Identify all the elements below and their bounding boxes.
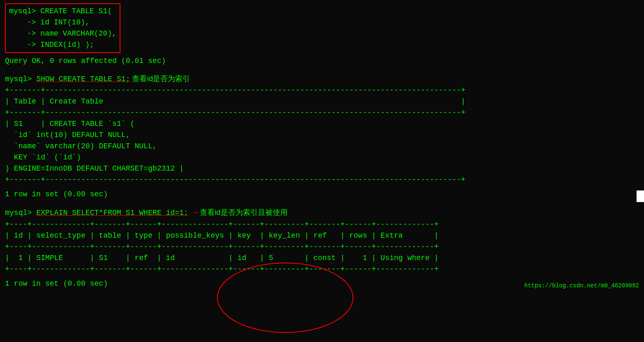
create-cmd-line3: -> name VARCHAR(20), <box>9 28 116 39</box>
row-count1: 1 row in set (0.00 sec) <box>5 189 639 200</box>
table-data-row3: `name` varchar(20) DEFAULT NULL, <box>5 141 639 152</box>
table-sep3: +-------+-------------------------------… <box>5 174 639 185</box>
show-annotation: 查看id是否为索引 <box>130 75 190 83</box>
explain-sep1: +----+-------------+-------+------+-----… <box>5 219 639 230</box>
website-url: https://blog.csdn.net/m0_46209092 <box>524 282 639 290</box>
explain-data-row: | 1 | SIMPLE | S1 | ref | id | id | 5 | … <box>5 253 639 264</box>
explain-cmd-text: EXPLAIN SELECT*FROM S1 WHERE id=1; <box>36 209 188 217</box>
show-cmd-text: SHOW CREATE TABLE S1; <box>36 75 130 83</box>
table-data-row5: ) ENGINE=InnoDB DEFAULT CHARSET=gb2312 | <box>5 163 639 174</box>
explain-sep2: +----+-------------+-------+------+-----… <box>5 241 639 253</box>
create-cmd-line2: -> id INT(10), <box>9 17 116 28</box>
create-cmd-line1: mysql> CREATE TABLE S1( <box>9 6 116 17</box>
show-cmd-prompt: mysql> <box>5 75 36 83</box>
scrollbar[interactable] <box>637 190 644 202</box>
table-sep2: +-------+-------------------------------… <box>5 107 639 118</box>
query-ok-line: Query OK, 0 rows affected (0.01 sec) <box>5 55 639 67</box>
explain-header-row: | id | select_type | table | type | poss… <box>5 230 639 241</box>
arrow-icon: → <box>193 208 198 217</box>
table-header-row: | Table | Create Table | <box>5 96 639 107</box>
create-cmd-line4: -> INDEX(id) ); <box>9 39 116 51</box>
explain-annotation: 查看id是否为索引且被使用 <box>198 208 288 217</box>
type-header: type <box>135 231 152 240</box>
table-data-row1: | S1 | CREATE TABLE `s1` ( <box>5 118 639 130</box>
table-data-row2: `id` int(10) DEFAULT NULL, <box>5 130 639 141</box>
explain-sep3: +----+-------------+-------+------+-----… <box>5 264 639 275</box>
table-sep1: +-------+-------------------------------… <box>5 85 639 96</box>
terminal: mysql> CREATE TABLE S1( -> id INT(10), -… <box>0 0 644 293</box>
explain-prompt: mysql> <box>5 209 36 217</box>
table-data-row4: KEY `id` (`id`) <box>5 152 639 163</box>
